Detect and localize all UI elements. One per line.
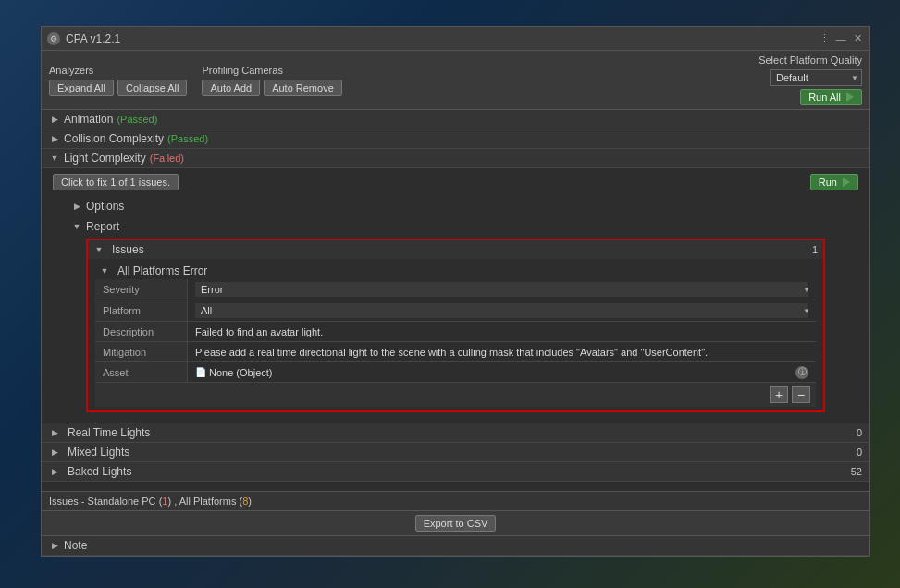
collision-name: Collision Complexity bbox=[64, 132, 164, 145]
platform-select[interactable]: All bbox=[195, 303, 808, 318]
toolbar-right: Select Platform Quality Default Run All bbox=[758, 55, 862, 105]
description-label: Description bbox=[95, 322, 188, 341]
real-time-lights-row[interactable]: ▶ Real Time Lights 0 bbox=[42, 423, 869, 443]
toolbar-left: Analyzers Expand All Collapse All Profil… bbox=[49, 65, 342, 96]
mixed-lights-row[interactable]: ▶ Mixed Lights 0 bbox=[42, 443, 869, 462]
title-bar-controls: ⋮ — ✕ bbox=[818, 32, 864, 45]
close-button[interactable]: ✕ bbox=[851, 32, 864, 45]
note-toggle[interactable]: ▶ bbox=[49, 540, 60, 551]
minimize-button[interactable]: — bbox=[834, 32, 847, 45]
description-value: Failed to find an avatar light. bbox=[188, 322, 816, 341]
title-bar: ⚙ CPA v1.2.1 ⋮ — ✕ bbox=[42, 27, 869, 51]
mixed-lights-toggle[interactable]: ▶ bbox=[49, 447, 60, 458]
asset-row: Asset 📄 None (Object) ⓘ bbox=[95, 362, 816, 383]
report-toggle[interactable]: ▼ bbox=[71, 221, 82, 232]
issues-label: Issues bbox=[112, 243, 144, 256]
window-icon: ⚙ bbox=[47, 32, 60, 45]
report-row[interactable]: ▼ Report bbox=[71, 218, 840, 235]
content-area[interactable]: ▶ Animation (Passed) ▶ Collision Complex… bbox=[42, 110, 869, 491]
run-all-button[interactable]: Run All bbox=[800, 89, 862, 105]
add-remove-row: + − bbox=[95, 383, 816, 407]
light-complexity-content: Click to fix 1 of 1 issues. Run ▶ Option… bbox=[42, 168, 869, 423]
collision-toggle[interactable]: ▶ bbox=[49, 133, 60, 144]
main-window: ⚙ CPA v1.2.1 ⋮ — ✕ Analyzers Expand All … bbox=[41, 26, 870, 557]
baked-lights-count: 52 bbox=[851, 466, 862, 477]
animation-section-row[interactable]: ▶ Animation (Passed) bbox=[42, 110, 869, 129]
export-bar: Export to CSV bbox=[42, 510, 869, 536]
real-time-lights-name: Real Time Lights bbox=[68, 426, 150, 439]
fix-row: Click to fix 1 of 1 issues. Run bbox=[53, 174, 858, 190]
collision-section-row[interactable]: ▶ Collision Complexity (Passed) bbox=[42, 129, 869, 149]
options-toggle[interactable]: ▶ bbox=[71, 201, 82, 212]
menu-button[interactable]: ⋮ bbox=[818, 32, 831, 45]
status-bar: Issues - Standalone PC (1) , All Platfor… bbox=[42, 491, 869, 510]
fix-issues-button[interactable]: Click to fix 1 of 1 issues. bbox=[53, 174, 179, 190]
add-button[interactable]: + bbox=[770, 386, 788, 403]
report-label: Report bbox=[86, 220, 119, 233]
analyzers-label: Analyzers bbox=[49, 65, 187, 76]
issue-count: 1 bbox=[812, 244, 818, 255]
run-button[interactable]: Run bbox=[810, 174, 858, 190]
platform-value-wrapper[interactable]: All bbox=[188, 300, 816, 321]
mitigation-value: Please add a real time directional light… bbox=[188, 342, 816, 361]
remove-button[interactable]: − bbox=[792, 386, 810, 403]
animation-name: Animation bbox=[64, 113, 113, 126]
issues-header-left: ▼ Issues bbox=[93, 243, 144, 256]
platform-quality-select[interactable]: Default bbox=[770, 69, 862, 86]
animation-toggle[interactable]: ▶ bbox=[49, 114, 60, 125]
issues-header[interactable]: ▼ Issues 1 bbox=[88, 240, 823, 259]
asset-value: 📄 None (Object) ⓘ bbox=[188, 362, 816, 382]
analyzer-buttons: Expand All Collapse All bbox=[49, 80, 187, 96]
profiling-buttons: Auto Add Auto Remove bbox=[202, 80, 341, 96]
note-label: Note bbox=[64, 539, 87, 552]
severity-select[interactable]: Error bbox=[195, 282, 808, 297]
severity-label: Severity bbox=[95, 279, 188, 300]
profiling-cameras-section: Profiling Cameras Auto Add Auto Remove bbox=[202, 65, 341, 96]
collapse-all-button[interactable]: Collapse All bbox=[117, 80, 187, 96]
auto-add-button[interactable]: Auto Add bbox=[202, 80, 260, 96]
toolbar: Analyzers Expand All Collapse All Profil… bbox=[42, 51, 869, 110]
mixed-lights-left: ▶ Mixed Lights bbox=[49, 446, 129, 459]
real-time-lights-count: 0 bbox=[857, 427, 862, 438]
options-label: Options bbox=[86, 200, 124, 213]
select-platform-label: Select Platform Quality bbox=[758, 55, 862, 66]
info-icon[interactable]: ⓘ bbox=[795, 366, 808, 379]
severity-row: Severity Error bbox=[95, 279, 816, 300]
baked-lights-name: Baked Lights bbox=[68, 465, 131, 478]
baked-lights-row[interactable]: ▶ Baked Lights 52 bbox=[42, 462, 869, 482]
expand-all-button[interactable]: Expand All bbox=[49, 80, 114, 96]
options-row[interactable]: ▶ Options bbox=[71, 198, 840, 214]
light-complexity-section-row[interactable]: ▼ Light Complexity (Failed) bbox=[42, 149, 869, 168]
options-subsection: ▶ Options bbox=[53, 196, 858, 216]
status-text: Issues - Standalone PC (1) , All Platfor… bbox=[49, 496, 252, 507]
profiling-cameras-label: Profiling Cameras bbox=[202, 65, 341, 76]
real-time-lights-toggle[interactable]: ▶ bbox=[49, 427, 60, 438]
mitigation-row: Mitigation Please add a real time direct… bbox=[95, 342, 816, 362]
light-toggle[interactable]: ▼ bbox=[49, 153, 60, 164]
severity-value-wrapper[interactable]: Error bbox=[188, 279, 816, 300]
all-platforms-toggle[interactable]: ▼ bbox=[99, 265, 110, 276]
note-row[interactable]: ▶ Note bbox=[42, 536, 869, 556]
analyzers-section: Analyzers Expand All Collapse All bbox=[49, 65, 187, 96]
auto-remove-button[interactable]: Auto Remove bbox=[264, 80, 342, 96]
run-play-icon bbox=[843, 178, 850, 187]
platform-select-wrapper: Default bbox=[770, 69, 862, 86]
real-time-lights-left: ▶ Real Time Lights bbox=[49, 426, 150, 439]
play-icon bbox=[846, 92, 854, 102]
report-subsection: ▼ Report ▼ Issues 1 ▼ bbox=[53, 216, 858, 418]
all-platforms-label: All Platforms Error bbox=[117, 264, 207, 277]
mixed-lights-name: Mixed Lights bbox=[68, 446, 129, 459]
all-platforms-row[interactable]: ▼ All Platforms Error bbox=[95, 263, 816, 279]
animation-status: (Passed) bbox=[117, 114, 157, 125]
light-complexity-name: Light Complexity bbox=[64, 152, 146, 165]
collision-status: (Passed) bbox=[167, 133, 208, 144]
description-row: Description Failed to find an avatar lig… bbox=[95, 322, 816, 342]
issues-toggle[interactable]: ▼ bbox=[93, 244, 105, 255]
baked-lights-left: ▶ Baked Lights bbox=[49, 465, 131, 478]
title-bar-left: ⚙ CPA v1.2.1 bbox=[47, 32, 120, 45]
issue-detail: ▼ All Platforms Error Severity Error bbox=[88, 259, 823, 410]
mixed-lights-count: 0 bbox=[857, 447, 862, 458]
baked-lights-toggle[interactable]: ▶ bbox=[49, 466, 60, 477]
export-csv-button[interactable]: Export to CSV bbox=[415, 515, 497, 532]
platform-row: Platform All bbox=[95, 300, 816, 322]
